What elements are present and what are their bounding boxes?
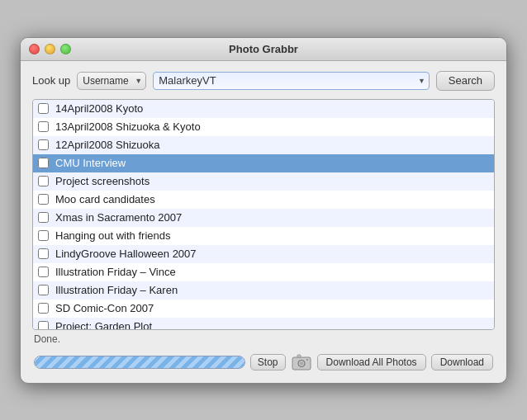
list-item-checkbox[interactable] <box>38 248 49 259</box>
list-item[interactable]: Moo card candidates <box>33 191 494 209</box>
list-item-checkbox[interactable] <box>38 285 49 295</box>
list-item-checkbox[interactable] <box>38 121 49 132</box>
list-item[interactable]: Hanging out with friends <box>33 227 494 245</box>
list-item-checkbox[interactable] <box>38 230 49 241</box>
list-item-checkbox[interactable] <box>38 267 49 277</box>
toolbar: Look up Username Tag Group ▼ ▼ Search <box>32 71 495 91</box>
svg-rect-3 <box>297 355 301 357</box>
list-item[interactable]: Project screenshots <box>33 172 494 191</box>
content-area: Look up Username Tag Group ▼ ▼ Search 14… <box>21 61 506 383</box>
albums-list[interactable]: 14April2008 Kyoto13April2008 Shizuoka & … <box>32 99 495 330</box>
list-item[interactable]: CMU Interview <box>33 154 494 172</box>
lookup-select-wrapper: Username Tag Group ▼ <box>77 72 146 90</box>
list-item[interactable]: 12April2008 Shizuoka <box>33 136 494 154</box>
download-all-button[interactable]: Download All Photos <box>317 354 426 370</box>
camera-icon[interactable] <box>291 353 312 371</box>
list-item[interactable]: Project: Garden Plot <box>33 318 494 330</box>
traffic-lights <box>29 44 71 54</box>
close-button[interactable] <box>29 44 40 54</box>
list-item[interactable]: 14April2008 Kyoto <box>33 100 494 118</box>
maximize-button[interactable] <box>60 44 71 54</box>
list-item-label: 12April2008 Shizuoka <box>55 139 159 151</box>
list-item[interactable]: SD Comic-Con 2007 <box>33 300 494 318</box>
list-item-checkbox[interactable] <box>38 158 49 168</box>
svg-point-4 <box>306 359 308 361</box>
minimize-button[interactable] <box>45 44 55 54</box>
list-item-checkbox[interactable] <box>38 303 49 314</box>
status-bar: Done. <box>32 330 495 348</box>
svg-point-2 <box>299 361 302 365</box>
list-item[interactable]: Illustration Friday – Vince <box>33 263 494 281</box>
list-item-label: 14April2008 Kyoto <box>55 102 143 115</box>
list-item-label: 13April2008 Shizuoka & Kyoto <box>55 120 201 133</box>
list-item-label: LindyGroove Halloween 2007 <box>55 248 197 260</box>
username-input-wrapper: ▼ <box>153 72 430 90</box>
list-item[interactable]: Illustration Friday – Karen <box>33 281 494 300</box>
list-item-label: Moo card candidates <box>55 193 155 205</box>
list-item-checkbox[interactable] <box>38 139 49 150</box>
list-item-label: Xmas in Sacramento 2007 <box>55 211 182 224</box>
list-item[interactable]: Xmas in Sacramento 2007 <box>33 209 494 227</box>
list-item-label: Project: Garden Plot <box>55 320 152 330</box>
list-item-checkbox[interactable] <box>38 103 49 114</box>
username-dropdown-icon[interactable]: ▼ <box>418 77 425 85</box>
status-text: Done. <box>34 333 60 345</box>
title-bar: Photo Grabbr <box>21 38 506 61</box>
list-item-label: Hanging out with friends <box>55 229 170 242</box>
lookup-select[interactable]: Username Tag Group <box>77 72 146 90</box>
list-item-label: SD Comic-Con 2007 <box>55 302 154 314</box>
bottom-bar: Stop Download All Photos Download <box>32 348 495 375</box>
list-item-label: Project screenshots <box>55 175 150 187</box>
list-item-label: Illustration Friday – Karen <box>55 284 178 296</box>
stop-button[interactable]: Stop <box>250 354 286 370</box>
list-item-checkbox[interactable] <box>38 321 49 330</box>
list-item-label: Illustration Friday – Vince <box>55 266 176 278</box>
list-item[interactable]: LindyGroove Halloween 2007 <box>33 245 494 263</box>
list-item-checkbox[interactable] <box>38 194 49 205</box>
lookup-label: Look up <box>32 74 70 87</box>
search-button[interactable]: Search <box>436 71 495 91</box>
main-window: Photo Grabbr Look up Username Tag Group … <box>20 37 507 384</box>
username-input[interactable] <box>153 72 430 90</box>
list-item-checkbox[interactable] <box>38 176 49 186</box>
list-item-checkbox[interactable] <box>38 212 49 223</box>
list-item-label: CMU Interview <box>55 157 126 169</box>
download-button[interactable]: Download <box>431 354 493 370</box>
progress-fill <box>35 356 245 368</box>
list-item[interactable]: 13April2008 Shizuoka & Kyoto <box>33 118 494 136</box>
progress-bar <box>34 356 245 369</box>
window-title: Photo Grabbr <box>229 43 298 55</box>
